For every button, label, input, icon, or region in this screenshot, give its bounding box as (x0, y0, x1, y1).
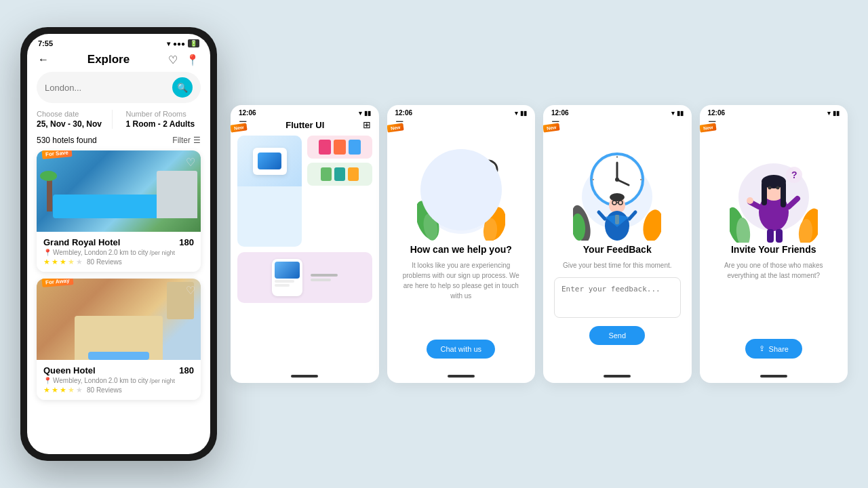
help-illustration-area (398, 136, 525, 244)
svg-text:?: ? (791, 169, 797, 180)
flutter-card-bottom[interactable] (237, 252, 372, 303)
share-label: Share (769, 345, 789, 353)
svg-point-28 (615, 178, 619, 182)
help-body: It looks like you are experiencing probl… (398, 260, 525, 301)
invite-illustration-area: ? (711, 136, 837, 244)
screen1-nav: ☰ Flutter UI ⊞ (231, 119, 379, 136)
phone-title: Explore (87, 53, 130, 66)
battery-icon: 🔋 (188, 39, 199, 47)
battery-icon-s2: ▮▮ (520, 110, 527, 117)
hotel-name-price-row: Grand Royal Hotel 180 (43, 237, 194, 247)
wifi-icon-s2: ▾ (515, 110, 518, 117)
screen4-content: ? Invite Your Friends Are you one of tho… (700, 136, 848, 369)
desert-pool (88, 352, 149, 360)
screen4-status-bar: 12:06 ▾ ▮▮ (700, 105, 848, 119)
filter-button[interactable]: Filter ☰ (172, 136, 201, 145)
building (157, 171, 197, 218)
hotel-name-price-row-2: Queen Hotel 180 (43, 365, 194, 375)
back-icon[interactable]: ← (38, 54, 49, 66)
search-bar[interactable]: 🔍 (37, 72, 201, 103)
screen4-time: 12:06 (708, 109, 726, 117)
feedback-subtext: Give your best time for this moment. (563, 260, 672, 270)
search-input[interactable] (45, 83, 167, 93)
hotel-location-2: 📍 Wembley, London 2.0 km to city /per ni… (43, 377, 194, 384)
star-4b: ★ (68, 386, 75, 394)
date-value: 25, Nov - 30, Nov (37, 119, 112, 129)
hotel-location-1: 📍 Wembley, London 2.0 km to city /per ni… (43, 249, 194, 256)
star-2: ★ (52, 258, 58, 266)
rooms-value: 1 Room - 2 Adults (126, 119, 201, 129)
icon-teal (334, 167, 345, 181)
screen1-time: 12:06 (239, 109, 256, 117)
phone-status-bar: 7:55 ▾ ●●● 🔋 (27, 34, 210, 50)
flutter-card-2[interactable] (307, 136, 372, 159)
hotel-card-1[interactable]: For Save ♡ Grand Royal Hotel 180 📍 Wembl… (37, 150, 201, 272)
screen3-icons: ▾ ▮▮ (671, 110, 684, 117)
invite-svg-illustration: ? (730, 138, 818, 243)
screen2-home-indicator (448, 375, 475, 378)
star-3b: ★ (60, 386, 66, 394)
svg-point-58 (768, 186, 771, 189)
feedback-textarea[interactable] (554, 277, 681, 318)
screens-container: New 12:06 ▾ ▮▮ ☰ Flutter UI ⊞ (231, 105, 848, 383)
date-column: Choose date 25, Nov - 30, Nov (37, 110, 113, 129)
rooms-label: Number of Rooms (126, 110, 201, 118)
illus-bg-circle (420, 149, 502, 230)
flutter-cards-col (307, 136, 372, 247)
search-button[interactable]: 🔍 (172, 77, 193, 98)
wifi-icon-s3: ▾ (671, 110, 675, 117)
screen3-status-bar: 12:06 ▾ ▮▮ (543, 105, 692, 119)
flutter-card-1[interactable] (237, 136, 302, 247)
chat-button[interactable]: Chat with us (427, 340, 495, 359)
hotel-wishlist-1[interactable]: ♡ (186, 156, 195, 169)
screen2-content: How can we help you? It looks like you a… (387, 136, 536, 369)
flutter-card-3[interactable] (307, 163, 372, 186)
phone-time: 7:55 (38, 39, 53, 47)
icon-green (321, 167, 332, 181)
flutter-card-1-img (237, 136, 302, 186)
screen4-nav: ☰ (700, 119, 848, 136)
screen1-grid (231, 136, 379, 369)
star-1b: ★ (43, 386, 50, 394)
text-line-2 (311, 279, 331, 281)
screen2-time: 12:06 (395, 109, 413, 117)
palm-top (40, 171, 57, 181)
hotel-stars-2: ★ ★ ★ ★ ★ 80 Reviews (43, 386, 194, 394)
hotel-name-2: Queen Hotel (43, 365, 96, 375)
hotel-wishlist-2[interactable]: ♡ (186, 284, 195, 297)
help-heading: How can we help you? (410, 244, 512, 255)
card-line-2 (275, 284, 290, 287)
hotel-name-1: Grand Royal Hotel (43, 237, 120, 247)
hotel-card-2[interactable]: For Away ♡ Queen Hotel 180 📍 Wembley, Lo… (37, 279, 201, 400)
phone-screen: 7:55 ▾ ●●● 🔋 ← Explore ♡ 📍 🔍 Choose date (27, 34, 210, 454)
location-icon[interactable]: 📍 (186, 54, 199, 66)
hotel-reviews-2: 80 Reviews (87, 386, 122, 394)
star-3: ★ (60, 258, 66, 266)
screen3-content: Your FeedBack Give your best time for th… (543, 136, 692, 369)
feedback-illustration-area (554, 136, 681, 244)
grid-icon-s1[interactable]: ⊞ (363, 119, 371, 130)
invite-body: Are you one of those who makes everythin… (711, 260, 837, 281)
star-4: ★ (68, 258, 75, 266)
screen1-home-indicator (291, 375, 318, 378)
card-bottom-img (275, 262, 300, 279)
card-inner-1 (258, 152, 281, 169)
hotel-price-1: 180 (179, 237, 194, 247)
share-button[interactable]: ⇪ Share (745, 339, 802, 359)
invite-heading: Invite Your Friends (731, 244, 816, 255)
svg-rect-56 (762, 182, 767, 205)
svg-point-59 (776, 186, 779, 189)
heart-icon[interactable]: ♡ (168, 54, 178, 66)
card-icons (319, 140, 361, 155)
feedback-heading: Your FeedBack (583, 244, 652, 255)
screen3-home-indicator (604, 375, 631, 378)
palm-tree (47, 178, 52, 211)
star-2b: ★ (52, 386, 58, 394)
hotel-info-1: Grand Royal Hotel 180 📍 Wembley, London … (37, 232, 201, 272)
svg-rect-57 (781, 182, 786, 207)
screen-invite: New 12:06 ▾ ▮▮ ☰ (700, 105, 848, 383)
send-button[interactable]: Send (589, 326, 645, 345)
svg-rect-62 (767, 229, 774, 243)
hotel-image-2 (37, 279, 201, 360)
screen4-icons: ▾ ▮▮ (827, 110, 840, 117)
